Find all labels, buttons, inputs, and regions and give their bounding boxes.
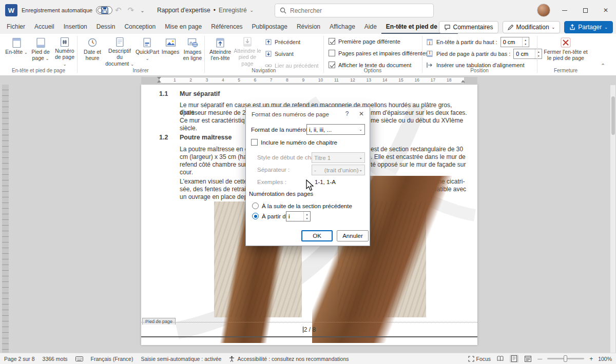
read-mode-button[interactable] [496, 355, 505, 362]
right-indent-marker[interactable] [461, 80, 465, 83]
footer-from-bottom-stepper[interactable]: ▲▼ [513, 49, 542, 59]
web-layout-button[interactable] [524, 355, 532, 362]
tab-publipostage[interactable]: Publipostage [247, 21, 292, 34]
tab-conception[interactable]: Conception [120, 21, 160, 34]
chevron-down-icon: ⌄ [24, 50, 28, 55]
examples-value: 1-1, 1-A [315, 179, 336, 185]
keyboard-icon[interactable] [75, 356, 83, 361]
tab-revision[interactable]: Révision [292, 21, 325, 34]
vertical-scrollbar[interactable] [610, 85, 615, 353]
footer-button[interactable]: Pied de page ⌄ [29, 35, 52, 67]
document-info-button[interactable]: Descriptif du document ⌄ [105, 35, 134, 67]
date-time-button[interactable]: Date et heure [81, 35, 104, 67]
account-avatar[interactable] [537, 4, 550, 17]
online-pictures-button[interactable]: Images en ligne [182, 35, 203, 67]
different-first-page-checkbox[interactable]: Première page différente [329, 38, 400, 45]
picture-icon [165, 36, 176, 49]
horizontal-ruler[interactable]: 123456789101112131415161718 [0, 76, 616, 85]
online-picture-icon [187, 36, 198, 49]
next-button[interactable]: Suivant [265, 49, 294, 59]
comments-button[interactable]: Commentaires [439, 21, 498, 33]
spinner-down-icon[interactable]: ▼ [537, 54, 540, 58]
number-format-select[interactable]: i, ii, iii, ... ⌄ [306, 124, 365, 135]
continue-from-previous-radio[interactable]: À la suite de la section précédente [252, 203, 352, 209]
close-header-footer-button[interactable]: Fermer l'en-tête et le pied de page [541, 35, 590, 67]
zoom-slider[interactable] [547, 358, 584, 359]
dialog-help-icon[interactable]: ? [340, 108, 354, 119]
first-line-indent-marker[interactable] [157, 77, 161, 79]
maximize-button[interactable] [575, 0, 595, 21]
chevron-down-icon[interactable]: ⌄ [250, 8, 254, 13]
header-icon [11, 36, 22, 49]
tab-insertion[interactable]: Insertion [59, 21, 92, 34]
footer-icon [35, 36, 46, 49]
pictures-button[interactable]: Images [160, 35, 181, 67]
header-button[interactable]: En-tête ⌄ [5, 35, 28, 67]
close-button[interactable]: ✕ [595, 0, 616, 21]
tab-fichier[interactable]: Fichier [2, 21, 30, 34]
share-button[interactable]: Partager ⌄ [564, 21, 613, 33]
header-from-top-input[interactable] [501, 37, 521, 47]
page-indicator[interactable]: Page 2 sur 8 [4, 356, 35, 362]
goto-header-icon [215, 36, 225, 49]
spinner-down-icon[interactable]: ▼ [524, 42, 527, 46]
zoom-in-button[interactable]: + [589, 355, 593, 362]
print-layout-button[interactable] [510, 355, 518, 362]
page-number-format-dialog[interactable]: Format des numéros de page ? ✕ Format de… [245, 107, 370, 246]
save-state-label[interactable]: Enregistré [219, 7, 247, 14]
autocomplete-status[interactable]: Saisie semi-automatique : activée [141, 356, 221, 362]
save-button[interactable] [101, 6, 109, 14]
accessibility-status[interactable]: Accessibilité : consultez nos recommanda… [229, 356, 349, 362]
tab-aide[interactable]: Aide [360, 21, 381, 34]
tab-references[interactable]: Références [206, 21, 247, 34]
previous-icon [265, 38, 272, 46]
start-at-input[interactable] [286, 212, 302, 221]
tab-dessin[interactable]: Dessin [92, 21, 120, 34]
tab-accueil[interactable]: Accueil [30, 21, 59, 34]
word-count[interactable]: 3366 mots [43, 356, 68, 362]
tab-mise-en-page[interactable]: Mise en page [160, 21, 206, 34]
spinner-down-icon[interactable]: ▼ [306, 216, 309, 220]
section-number: 1.2 [159, 134, 168, 141]
document-title[interactable]: Rapport d'expertise [157, 7, 210, 14]
quick-parts-button[interactable]: QuickPart ⌄ [136, 35, 159, 67]
focus-mode-button[interactable]: Focus [468, 356, 491, 362]
vertical-ruler[interactable] [2, 85, 9, 353]
zoom-slider-thumb[interactable] [564, 355, 567, 362]
redo-button[interactable]: ↷ [128, 6, 134, 15]
spinner-up-icon[interactable]: ▲ [524, 38, 527, 42]
ok-button[interactable]: OK [301, 230, 333, 241]
spinner-up-icon[interactable]: ▲ [537, 50, 540, 54]
different-odd-even-checkbox[interactable]: Pages paires et impaires différentes [329, 50, 428, 56]
collapse-ribbon-icon[interactable]: ⌃ [601, 63, 605, 69]
search-box[interactable] [275, 4, 434, 17]
scrollbar-thumb[interactable] [611, 96, 615, 135]
editing-mode-button[interactable]: Modification ⌄ [503, 21, 561, 33]
dialog-close-icon[interactable]: ✕ [354, 108, 369, 119]
footer-from-bottom-input[interactable] [514, 49, 533, 58]
search-input[interactable] [290, 7, 418, 14]
search-icon [280, 7, 286, 14]
cancel-button[interactable]: Annuler [337, 230, 369, 241]
ruler-number: 12 [350, 77, 355, 83]
separator-label: Séparateur : [257, 167, 290, 173]
hanging-indent-marker[interactable] [157, 80, 161, 83]
minimize-button[interactable] [554, 0, 575, 21]
group-label-position: Position [422, 68, 537, 73]
quick-access-more-icon[interactable]: ⌄ [140, 8, 144, 13]
goto-header-button[interactable]: Atteindre l'en-tête [208, 35, 232, 67]
footer-position-icon [426, 50, 433, 57]
start-at-stepper[interactable]: ▲▼ [286, 211, 311, 221]
zoom-out-button[interactable]: — [537, 356, 542, 361]
tab-affichage[interactable]: Affichage [325, 21, 360, 34]
header-from-top-stepper[interactable]: ▲▼ [500, 37, 529, 47]
zoom-level[interactable]: 100% [598, 356, 612, 362]
previous-button[interactable]: Précédent [265, 37, 300, 47]
spinner-up-icon[interactable]: ▲ [306, 212, 309, 216]
include-chapter-checkbox[interactable]: Inclure le numéro de chapitre [251, 139, 337, 146]
chapter-style-select: Titre 1 ⌄ [312, 152, 365, 163]
language-indicator[interactable]: Français (France) [91, 356, 133, 362]
page-number-button[interactable]: Numéro de page ⌄ [53, 35, 76, 67]
undo-button[interactable]: ↶ [115, 6, 122, 15]
page-number-field[interactable]: 2 / 8 [141, 326, 477, 333]
